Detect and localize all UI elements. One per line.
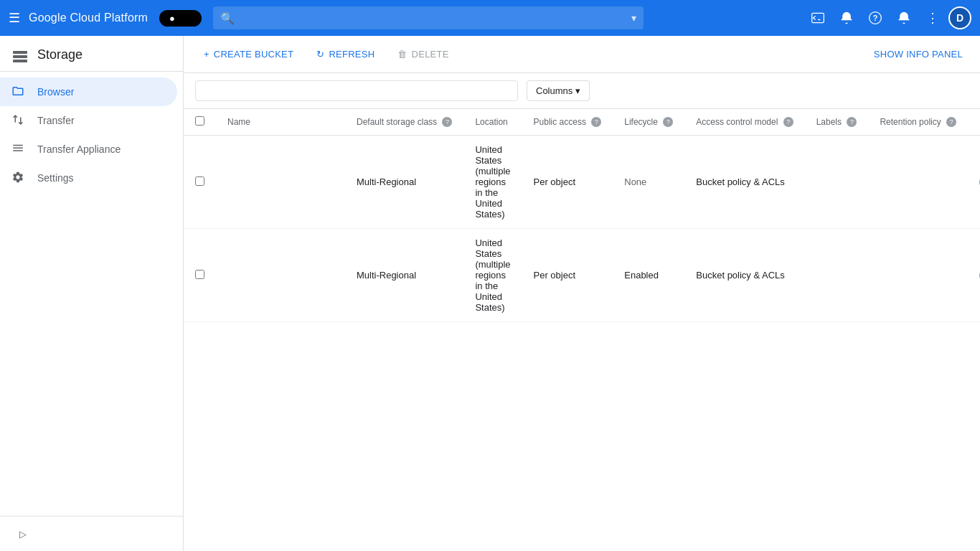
sidebar-item-browser-label: Browser [37, 86, 74, 98]
storage-class-header: Default storage class ? [345, 109, 463, 136]
sidebar-item-transfer-appliance[interactable]: Transfer Appliance [0, 135, 177, 164]
notifications-button[interactable] [891, 5, 917, 31]
sidebar-item-settings[interactable]: Settings [0, 164, 177, 192]
svg-text:?: ? [873, 14, 878, 22]
row-1-lifecycle: None [613, 136, 684, 229]
retention-header: Retention policy ? [868, 109, 968, 136]
row-2-requester-pays: Off [968, 229, 980, 322]
sidebar-item-settings-label: Settings [37, 172, 74, 184]
svg-rect-5 [13, 55, 27, 58]
row-1-checkbox[interactable] [195, 176, 204, 186]
filter-bar: Columns ▾ [184, 73, 980, 109]
row-1-location: United States (multiple regions in the U… [463, 136, 522, 229]
refresh-button[interactable]: ↻ REFRESH [308, 44, 383, 64]
requester-pays-header: Requester Pays ? [968, 109, 980, 136]
row-2-lifecycle: Enabled [613, 229, 684, 322]
public-access-help-icon[interactable]: ? [591, 117, 601, 127]
hamburger-icon[interactable]: ☰ [9, 10, 20, 26]
row-2-location: United States (multiple regions in the U… [463, 229, 522, 322]
table-row[interactable]: Multi-Regional United States (multiple r… [184, 229, 980, 322]
columns-dropdown-icon: ▾ [575, 85, 580, 96]
table-row[interactable]: Multi-Regional United States (multiple r… [184, 136, 980, 229]
svg-rect-4 [13, 51, 27, 54]
select-all-header [184, 109, 216, 136]
top-nav-actions: ? ⋮ D [805, 5, 971, 31]
labels-header: Labels ? [805, 109, 869, 136]
svg-rect-8 [13, 148, 23, 149]
create-bucket-button[interactable]: + CREATE BUCKET [195, 44, 302, 64]
row-1-requester-pays: Off [968, 136, 980, 229]
project-label [180, 17, 192, 19]
search-bar: 🔍 ▾ [213, 6, 644, 29]
row-2-checkbox[interactable] [195, 270, 204, 279]
sidebar-item-transfer-appliance-label: Transfer Appliance [37, 143, 121, 155]
row-2-public-access: Per object [522, 229, 613, 322]
row-2-checkbox-cell [184, 229, 216, 322]
refresh-icon: ↻ [316, 49, 324, 60]
sidebar-item-browser[interactable]: Browser [0, 77, 177, 106]
row-1-public-access: Per object [522, 136, 613, 229]
sidebar-footer: ▷ [0, 516, 183, 551]
user-avatar[interactable]: D [948, 6, 971, 29]
search-icon: 🔍 [220, 11, 235, 25]
lifecycle-header: Lifecycle ? [613, 109, 684, 136]
svg-rect-7 [13, 145, 23, 146]
show-info-panel-button[interactable]: SHOW INFO PANEL [868, 44, 969, 64]
retention-help-icon[interactable]: ? [946, 117, 956, 127]
sidebar-item-transfer[interactable]: Transfer [0, 106, 177, 135]
delete-button[interactable]: 🗑 DELETE [389, 44, 457, 64]
sidebar-collapse-button[interactable]: ▷ [11, 522, 34, 545]
buckets-table-container: Name Default storage class ? Location Pu… [184, 109, 980, 322]
table-header-row: Name Default storage class ? Location Pu… [184, 109, 980, 136]
public-access-header: Public access ? [522, 109, 613, 136]
help-button[interactable]: ? [862, 5, 888, 31]
alerts-button[interactable] [834, 5, 859, 31]
columns-button[interactable]: Columns ▾ [527, 80, 590, 101]
sidebar-title: Storage [37, 47, 83, 62]
row-1-labels [805, 136, 869, 229]
storage-class-help-icon[interactable]: ? [442, 117, 452, 127]
browser-icon [11, 85, 26, 99]
sidebar-nav: Browser Transfer Transfer Appliance Sett… [0, 72, 183, 516]
name-header: Name [216, 109, 345, 136]
settings-icon [11, 171, 26, 185]
transfer-icon [11, 113, 26, 128]
access-control-help-icon[interactable]: ? [783, 117, 793, 127]
project-dot-icon: ● [169, 13, 180, 24]
project-selector[interactable]: ● [159, 10, 202, 27]
location-header: Location [463, 109, 522, 136]
filter-input[interactable] [195, 80, 518, 101]
more-options-button[interactable]: ⋮ [920, 5, 946, 31]
cloud-shell-button[interactable] [805, 5, 831, 31]
sidebar-item-transfer-label: Transfer [37, 115, 75, 126]
row-1-name[interactable] [216, 136, 345, 229]
labels-help-icon[interactable]: ? [847, 117, 857, 127]
storage-icon [11, 48, 26, 62]
row-2-access-control: Bucket policy & ACLs [684, 229, 804, 322]
toolbar: + CREATE BUCKET ↻ REFRESH 🗑 DELETE SHOW … [184, 36, 980, 73]
search-dropdown-icon[interactable]: ▾ [631, 12, 636, 24]
sidebar: Storage Browser Transfer Transfer Applia… [0, 36, 184, 551]
create-bucket-icon: + [204, 49, 209, 60]
row-1-checkbox-cell [184, 136, 216, 229]
transfer-appliance-icon [11, 142, 26, 156]
svg-rect-9 [13, 150, 23, 151]
lifecycle-help-icon[interactable]: ? [663, 117, 673, 127]
main-content: + CREATE BUCKET ↻ REFRESH 🗑 DELETE SHOW … [184, 36, 980, 551]
delete-icon: 🗑 [397, 49, 407, 60]
row-2-labels [805, 229, 869, 322]
row-1-storage-class: Multi-Regional [345, 136, 463, 229]
sidebar-header: Storage [0, 36, 183, 72]
row-1-access-control: Bucket policy & ACLs [684, 136, 804, 229]
top-nav: ☰ Google Cloud Platform ● 🔍 ▾ ? ⋮ D [0, 0, 980, 36]
access-control-header: Access control model ? [684, 109, 804, 136]
search-input[interactable] [240, 12, 631, 24]
row-2-name[interactable] [216, 229, 345, 322]
row-2-retention [868, 229, 968, 322]
app-title: Google Cloud Platform [29, 11, 148, 24]
select-all-checkbox[interactable] [195, 116, 204, 126]
buckets-table: Name Default storage class ? Location Pu… [184, 109, 980, 322]
row-2-storage-class: Multi-Regional [345, 229, 463, 322]
row-1-retention [868, 136, 968, 229]
svg-rect-6 [13, 60, 27, 62]
